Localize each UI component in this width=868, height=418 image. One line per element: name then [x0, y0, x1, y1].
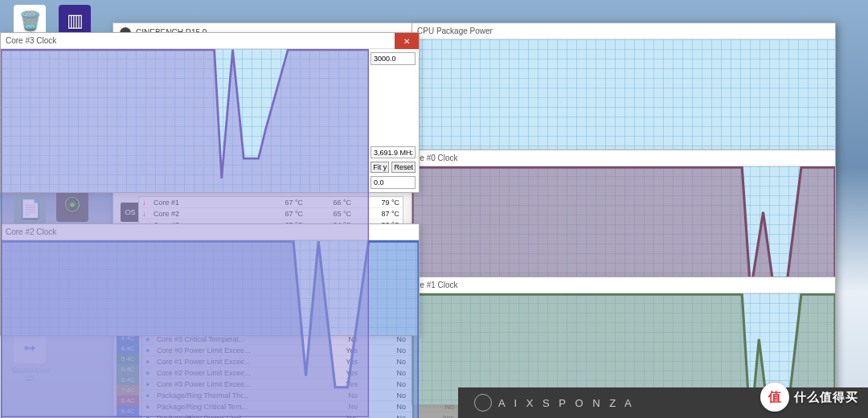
cpu-package-power-window[interactable]: CPU Package Power	[411, 23, 836, 151]
window-title: CPU Package Power	[417, 27, 493, 35]
close-button[interactable]: ✕	[395, 33, 419, 49]
fit-y-button[interactable]: Fit y	[371, 162, 389, 173]
window-title: Core #3 Clock	[6, 36, 56, 45]
window-title: re #1 Clock	[417, 281, 458, 289]
sponsor-text: A I X S P O N Z A	[498, 397, 635, 409]
reset-button[interactable]: Reset	[391, 162, 416, 173]
smzdm-watermark: 值 什么值得买	[760, 383, 858, 412]
chart-controls-panel: Fit y Reset	[371, 52, 416, 189]
y-max-input[interactable]	[371, 52, 416, 65]
y-min-input[interactable]	[371, 176, 416, 189]
watermark-text: 什么值得买	[794, 390, 858, 405]
core3-plot	[1, 49, 369, 417]
window-title: re #0 Clock	[417, 154, 458, 162]
close-icon: ✕	[403, 37, 410, 46]
window-titlebar[interactable]: Core #3 Clock ✕	[1, 33, 419, 49]
sponsor-logo-icon	[474, 394, 492, 412]
watermark-badge-icon: 值	[760, 383, 789, 412]
svg-marker-4	[1, 50, 369, 417]
current-value-readout[interactable]	[371, 146, 416, 159]
window-titlebar[interactable]: re #1 Clock	[412, 277, 835, 293]
window-titlebar[interactable]: re #0 Clock	[412, 150, 835, 166]
core3-clock-window[interactable]: Core #3 Clock ✕ Fit y Reset	[0, 32, 420, 193]
core0-clock-window[interactable]: re #0 Clock	[411, 150, 836, 278]
window-titlebar[interactable]: CPU Package Power	[412, 23, 835, 39]
